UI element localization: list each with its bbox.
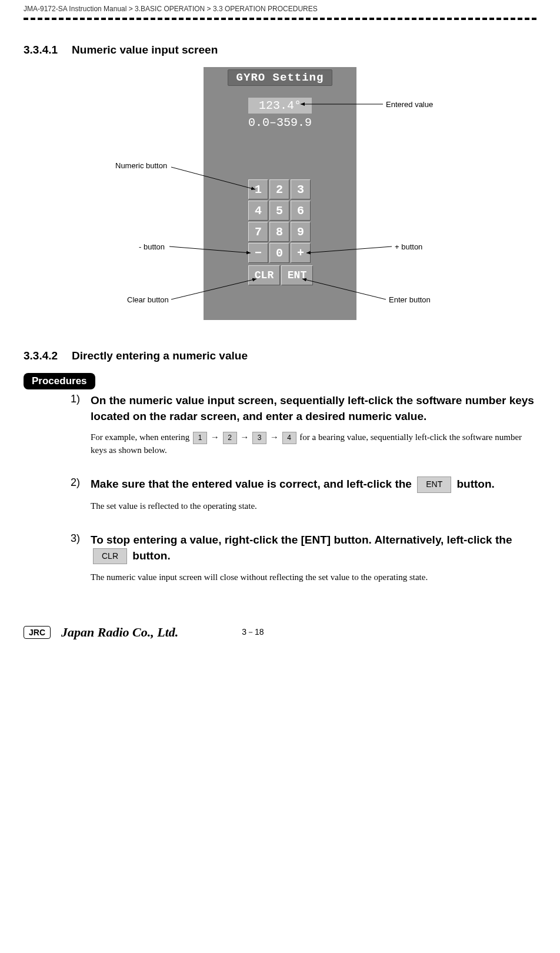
label-entered-value: Entered value [386, 100, 433, 109]
gyro-figure: GYRO Setting 123.4° 0.0–359.9 1 2 3 4 5 … [68, 67, 492, 326]
procedure-step-1: 1) On the numeric value input screen, se… [71, 393, 536, 456]
arrow-icon: → [240, 432, 251, 442]
step-title: On the numeric value input screen, seque… [91, 393, 536, 424]
key-5[interactable]: 5 [269, 201, 289, 221]
step-number: 3) [71, 532, 91, 564]
key-8[interactable]: 8 [269, 222, 289, 242]
procedures-pill: Procedures [24, 373, 95, 389]
key-6[interactable]: 6 [291, 201, 311, 221]
step-body: The numeric value input screen will clos… [91, 571, 536, 584]
step-title: To stop entering a value, right-click th… [91, 532, 536, 564]
company-name: Japan Radio Co., Ltd. [61, 625, 178, 640]
inline-key-1: 1 [193, 432, 207, 444]
step-title-text: button. [132, 549, 170, 562]
label-numeric-button: Numeric button [115, 161, 167, 170]
jrc-logo: JRC [24, 626, 51, 639]
section-heading-1: 3.3.4.1Numeric value input screen [24, 44, 536, 56]
gyro-entered-value: 123.4° [248, 98, 312, 114]
section-number: 3.3.4.1 [24, 44, 58, 56]
section-title-2: Directly entering a numeric value [72, 349, 248, 362]
step-title-text: To stop entering a value, right-click th… [91, 534, 512, 546]
arrow-icon: → [270, 432, 281, 442]
procedure-step-2: 2) Make sure that the entered value is c… [71, 476, 536, 512]
step-title-text: Make sure that the entered value is corr… [91, 478, 415, 490]
breadcrumb: JMA-9172-SA Instruction Manual > 3.BASIC… [24, 5, 536, 13]
section-heading-2: 3.3.4.2Directly entering a numeric value [24, 349, 536, 362]
key-minus[interactable]: − [248, 243, 268, 263]
inline-key-4: 4 [282, 432, 296, 444]
key-1[interactable]: 1 [248, 179, 268, 199]
procedure-step-3: 3) To stop entering a value, right-click… [71, 532, 536, 584]
label-enter-button: Enter button [389, 295, 431, 304]
gyro-panel-title: GYRO Setting [228, 69, 333, 86]
label-clear-button: Clear button [127, 295, 169, 304]
label-plus-button: + button [395, 242, 422, 251]
label-minus-button: - button [139, 242, 165, 251]
step-title: Make sure that the entered value is corr… [91, 476, 495, 493]
step-number: 1) [71, 393, 91, 424]
key-clr[interactable]: CLR [248, 265, 280, 285]
inline-key-ent: ENT [417, 476, 451, 493]
page-footer: JRC Japan Radio Co., Ltd. 3－18 [24, 625, 536, 640]
key-0[interactable]: 0 [269, 243, 289, 263]
divider-dashed [24, 18, 536, 20]
arrow-icon: → [211, 432, 222, 442]
section-title: Numeric value input screen [72, 44, 218, 56]
step-body: The set value is reflected to the operat… [91, 500, 536, 512]
key-9[interactable]: 9 [291, 222, 311, 242]
inline-key-2: 2 [223, 432, 237, 444]
key-7[interactable]: 7 [248, 222, 268, 242]
step-body-text: For example, when entering [91, 432, 192, 442]
key-3[interactable]: 3 [291, 179, 311, 199]
step-number: 2) [71, 476, 91, 493]
key-2[interactable]: 2 [269, 179, 289, 199]
step-body: For example, when entering 1 → 2 → 3 → 4… [91, 431, 536, 456]
gyro-range: 0.0–359.9 [204, 116, 356, 129]
key-ent[interactable]: ENT [281, 265, 313, 285]
gyro-panel: GYRO Setting 123.4° 0.0–359.9 1 2 3 4 5 … [204, 67, 356, 320]
keypad: 1 2 3 4 5 6 7 8 9 − 0 + [248, 179, 314, 286]
key-4[interactable]: 4 [248, 201, 268, 221]
section-number-2: 3.3.4.2 [24, 349, 58, 362]
key-plus[interactable]: + [291, 243, 311, 263]
step-title-text: button. [456, 478, 494, 490]
page-number: 3－18 [242, 627, 264, 638]
inline-key-3: 3 [252, 432, 266, 444]
inline-key-clr: CLR [93, 548, 127, 565]
